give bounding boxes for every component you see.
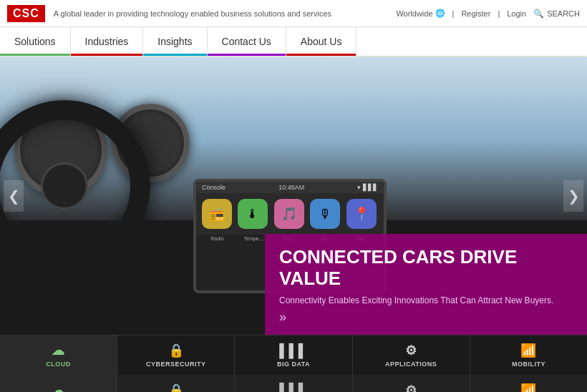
bottom-bar-1: ☁ CLOUD 🔒 CYBERSECURITY ▌▌▌ BIG DATA ⚙ A… (0, 335, 587, 375)
chart-icon-2: ▌▌▌ (279, 383, 308, 392)
bottom-1-cybersecurity[interactable]: 🔒 CYBERSECURITY (117, 335, 235, 375)
console-left-label: Console (202, 184, 225, 191)
nav-about[interactable]: About Us (286, 27, 357, 56)
hero-overlay: CONNECTED CARS DRIVE VALUE Connectivity … (265, 234, 587, 335)
search-area[interactable]: 🔍 SEARCH (533, 9, 580, 19)
worldwide-label: Worldwide (396, 9, 432, 18)
console-time: 10:45AM (278, 184, 304, 191)
cloud-label-1: CLOUD (46, 361, 71, 368)
lock-icon-2: 🔒 (168, 383, 185, 393)
nav-industries[interactable]: Industries (71, 27, 144, 56)
separator: | (498, 9, 500, 18)
header: CSC A global leader in providing technol… (0, 0, 587, 27)
nav-solutions-label: Solutions (14, 36, 56, 47)
wifi-icon-1: 📶 (520, 343, 537, 358)
app-temp-label: Tempe... (238, 236, 268, 241)
wifi-icon-2: 📶 (520, 383, 537, 393)
cybersecurity-label-1: CYBERSECURITY (146, 361, 206, 368)
nav-contact-label: Contact Us (222, 36, 271, 47)
next-icon: ❯ (568, 187, 580, 205)
search-label: SEARCH (547, 9, 580, 18)
cloud-icon-1: ☁ (52, 343, 65, 358)
console-apps-grid: 📻 🌡 🎵 🎙 📍 (196, 193, 384, 235)
bigdata-label-1: BIG DATA (277, 361, 310, 368)
prev-icon: ❮ (8, 187, 20, 205)
console-header: Console 10:45AM ▾ ▋▋▋ (196, 182, 384, 193)
hero: Console 10:45AM ▾ ▋▋▋ 📻 🌡 🎵 🎙 📍 Radio Te… (0, 57, 587, 335)
bottom-1-mobility[interactable]: 📶 MOBILITY (470, 335, 587, 375)
chart-icon-1: ▌▌▌ (279, 343, 308, 358)
logo-text: CSC (13, 7, 39, 19)
bottom-2-cybersecurity[interactable]: 🔒 CYBERSECURITY (117, 375, 235, 392)
register-link[interactable]: Register (461, 9, 490, 18)
mobility-label-1: MOBILITY (512, 361, 545, 368)
nav-about-label: About Us (301, 36, 342, 47)
signal-icons: ▾ ▋▋▋ (357, 184, 378, 191)
login-link[interactable]: Login (507, 9, 526, 18)
divider: | (452, 9, 455, 18)
bottom-2-mobility[interactable]: 📶 MOBILITY (470, 375, 587, 392)
applications-label-1: APPLICATIONS (385, 361, 437, 368)
app-radio-label: Radio (202, 236, 232, 241)
hero-subtitle: Connectivity Enables Exciting Innovation… (279, 295, 573, 305)
cloud-icon-2: ☁ (52, 383, 65, 393)
bottom-1-applications[interactable]: ⚙ APPLICATIONS (353, 335, 470, 375)
app-temp[interactable]: 🌡 (238, 199, 268, 229)
app-mic[interactable]: 🎙 (310, 199, 340, 229)
bottom-2-applications[interactable]: ⚙ APPLICATIONS (353, 375, 470, 392)
gear-icon-1: ⚙ (405, 343, 417, 358)
app-map[interactable]: 📍 (346, 199, 377, 229)
nav-industries-label: Industries (85, 36, 129, 47)
bottom-1-cloud[interactable]: ☁ CLOUD (0, 335, 117, 375)
app-music[interactable]: 🎵 (274, 199, 304, 229)
prev-arrow[interactable]: ❮ (4, 180, 24, 212)
nav-insights-label: Insights (157, 36, 192, 47)
next-arrow[interactable]: ❯ (563, 180, 583, 212)
bottom-bar-2: ☁ CLOUD 🔒 CYBERSECURITY ▌▌▌ BIG DATA ⚙ A… (0, 375, 587, 392)
globe-icon: 🌐 (435, 9, 445, 18)
bottom-2-cloud[interactable]: ☁ CLOUD (0, 375, 117, 392)
tagline: A global leader in providing technology … (54, 9, 397, 18)
header-right: Worldwide 🌐 | Register | Login 🔍 SEARCH (396, 9, 580, 19)
nav-contact[interactable]: Contact Us (208, 27, 286, 56)
search-icon: 🔍 (533, 9, 544, 19)
logo: CSC (7, 5, 45, 22)
hero-more-link[interactable]: » (279, 310, 573, 325)
nav-solutions[interactable]: Solutions (0, 27, 71, 56)
nav-insights[interactable]: Insights (143, 27, 207, 56)
worldwide-area[interactable]: Worldwide 🌐 (396, 9, 445, 18)
nav: Solutions Industries Insights Contact Us… (0, 27, 587, 57)
bottom-2-bigdata[interactable]: ▌▌▌ BIG DATA (235, 375, 352, 392)
app-radio[interactable]: 📻 (202, 199, 232, 229)
gear-icon-2: ⚙ (405, 383, 417, 393)
hero-title: CONNECTED CARS DRIVE VALUE (279, 247, 573, 290)
lock-icon-1: 🔒 (168, 343, 185, 358)
bottom-1-bigdata[interactable]: ▌▌▌ BIG DATA (235, 335, 352, 375)
